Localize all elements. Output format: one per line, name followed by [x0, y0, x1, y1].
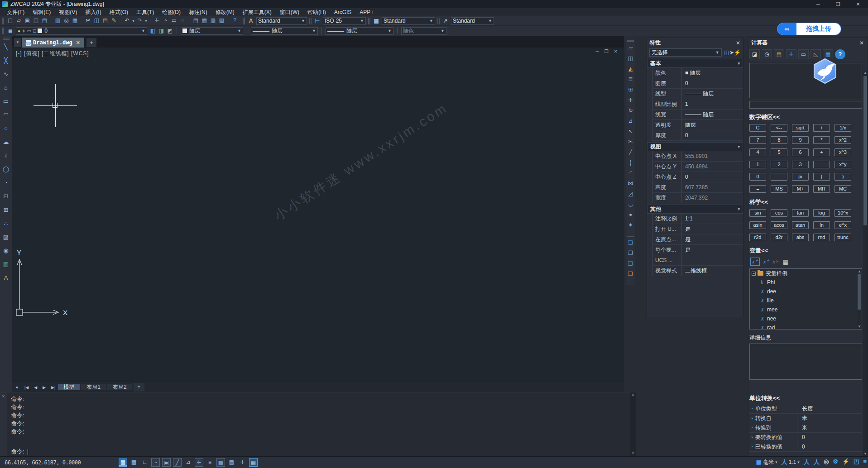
full-screen-icon[interactable]: ◰ [854, 458, 859, 466]
save-as-icon[interactable]: ◫ [32, 17, 40, 24]
extend-icon[interactable]: ╱ [627, 148, 634, 156]
toolbar-grip[interactable] [2, 18, 4, 24]
calc-button[interactable]: log [813, 209, 830, 217]
next-layout-button[interactable]: ▶ [40, 385, 48, 390]
offset-icon[interactable]: ≣ [627, 76, 634, 83]
calc-button[interactable]: atan [792, 221, 809, 229]
chamfer-icon[interactable]: ◿ [627, 190, 634, 198]
menu-item[interactable]: 绘图(D) [158, 8, 185, 16]
design-center-icon[interactable]: ▦ [200, 17, 209, 24]
section-header-misc[interactable]: 其他 ▾ [647, 205, 743, 214]
calc-button[interactable]: ln [813, 221, 830, 229]
calc-button[interactable]: 2 [771, 161, 787, 168]
undo-icon[interactable]: ↶ [123, 17, 131, 24]
graphics-performance-icon[interactable]: ⚡ [842, 458, 849, 466]
paste-to-commandline-icon[interactable]: ▤ [774, 49, 784, 59]
clear-history-icon[interactable]: ◪ [749, 49, 760, 59]
settings-gear-icon[interactable]: ⚙ [833, 458, 838, 466]
calc-button[interactable]: 1 [749, 161, 766, 168]
mtext-icon[interactable]: A [1, 273, 11, 282]
variable-item[interactable]: X dee [750, 287, 862, 296]
measure-distance-icon[interactable]: ▭ [798, 49, 809, 59]
dynamic-input-toggle[interactable]: ✛ [195, 458, 203, 467]
calc-button[interactable]: MC [834, 185, 851, 193]
layer-previous-icon[interactable]: ◨ [157, 27, 166, 35]
model-space-canvas[interactable]: [-] [俯视] [二维线框] [WCS] ─❐✕ 小小软件迷 www.xxrj… [12, 48, 624, 382]
menu-item[interactable]: ArcGIS [330, 8, 356, 16]
viewport-minimize-icon[interactable]: ─ [596, 49, 599, 54]
drag-upload-button[interactable]: ∞ 拖拽上传 [777, 23, 841, 35]
layout-tab[interactable]: 布局1 [81, 384, 106, 390]
ellipse-icon[interactable]: ◯ [1, 164, 11, 174]
thunder-bird-logo-icon[interactable] [812, 58, 838, 84]
expand-layouts-button[interactable]: ▲ [12, 385, 22, 389]
select-objects-icon[interactable]: ➤ [729, 49, 734, 56]
linetype-control-combo[interactable]: ———— 随层 ▼ [251, 27, 318, 35]
menu-item[interactable]: 编辑(E) [29, 8, 55, 16]
calc-button[interactable]: MR [813, 185, 830, 193]
calc-button[interactable]: = [749, 185, 766, 193]
menu-item[interactable]: 插入(I) [81, 8, 105, 16]
menu-item[interactable]: 格式(O) [106, 8, 132, 16]
region-icon[interactable]: ◉ [1, 246, 11, 255]
calc-button[interactable]: r2d [749, 234, 766, 241]
copy-object-icon[interactable]: ◫ [627, 55, 634, 62]
transparency-toggle[interactable]: ▩ [216, 458, 225, 467]
join-icon[interactable]: ⋈ [627, 180, 634, 187]
calc-button[interactable]: * [813, 136, 830, 144]
stretch-icon[interactable]: ↖ [627, 128, 634, 135]
calculator-close-icon[interactable]: ✕ [859, 40, 864, 46]
construction-line-icon[interactable]: ╳ [1, 56, 11, 65]
calc-button[interactable]: 8 [771, 136, 787, 144]
rectangle-icon[interactable]: ▭ [1, 96, 11, 106]
calc-button[interactable]: sin [749, 209, 766, 217]
calc-button[interactable]: e^x [834, 221, 851, 229]
cut-icon[interactable]: ✂ [84, 17, 92, 24]
calc-button[interactable]: C [749, 124, 766, 132]
tab-menu-button[interactable]: ▼ [14, 38, 21, 47]
scientific-section-title[interactable]: 科学<< [749, 198, 862, 206]
blend-icon[interactable]: ● [627, 211, 634, 219]
lineweight-control-combo[interactable]: ———— 随层 ▼ [326, 27, 393, 35]
snap-mode-toggle[interactable]: ▦ [129, 458, 138, 467]
plot-icon[interactable]: ▥ [53, 17, 62, 24]
mleader-style-combo[interactable]: Standard▼ [451, 17, 494, 25]
calc-button[interactable]: ( [813, 173, 830, 181]
calc-button[interactable]: sqrt [792, 124, 809, 132]
toolbar-grip[interactable] [309, 18, 312, 24]
toolbar-grip[interactable] [368, 18, 370, 24]
insert-block-icon[interactable]: ⊡ [1, 191, 11, 201]
draworder-under-icon[interactable]: ❒ [627, 270, 634, 278]
calc-button[interactable]: abs [792, 234, 809, 241]
annotation-monitor-toggle[interactable]: ✛ [238, 458, 247, 467]
ortho-mode-toggle[interactable]: ∟ [140, 458, 149, 467]
draworder-back-icon[interactable]: ❐ [627, 249, 634, 257]
tab-close-icon[interactable]: ✕ [76, 40, 80, 46]
toolbar-grip[interactable] [627, 40, 634, 42]
save-all-icon[interactable]: ▤ [40, 17, 49, 24]
make-block-icon[interactable]: ⊞ [1, 205, 11, 215]
grid-display-toggle[interactable]: ▦ [119, 458, 127, 467]
properties-close-icon[interactable]: ✕ [736, 40, 740, 46]
calc-button[interactable]: . [771, 173, 787, 181]
viewport-restore-icon[interactable]: ❐ [604, 49, 609, 54]
selection-cycling-toggle[interactable]: ▦ [249, 458, 258, 467]
menu-item[interactable]: 标注(N) [185, 8, 211, 16]
publish-icon[interactable]: ▦ [71, 17, 79, 24]
numpad-section-title[interactable]: 数字键区<< [749, 113, 862, 121]
pan-icon[interactable]: ✛ [153, 17, 161, 24]
quick-select-icon[interactable]: ⚡ [734, 49, 741, 56]
calc-button[interactable]: x^3 [834, 148, 851, 156]
calc-button[interactable]: + [813, 148, 830, 156]
variable-item[interactable]: X rad [750, 323, 862, 330]
calc-button[interactable]: trunc [834, 234, 851, 241]
last-layout-button[interactable]: ▶| [48, 385, 58, 390]
variables-section-title[interactable]: 变量<< [749, 247, 862, 255]
break-at-point-icon[interactable]: ¦ [627, 159, 634, 167]
calc-button[interactable]: x^2 [834, 136, 851, 144]
toolbar-grip[interactable] [243, 18, 245, 24]
erase-icon[interactable]: ▱ [627, 44, 634, 52]
toggle-pickadd-icon[interactable]: ◫ [724, 49, 729, 56]
spline-icon[interactable]: ≀ [1, 151, 11, 160]
variable-item[interactable]: X nee [750, 314, 862, 323]
